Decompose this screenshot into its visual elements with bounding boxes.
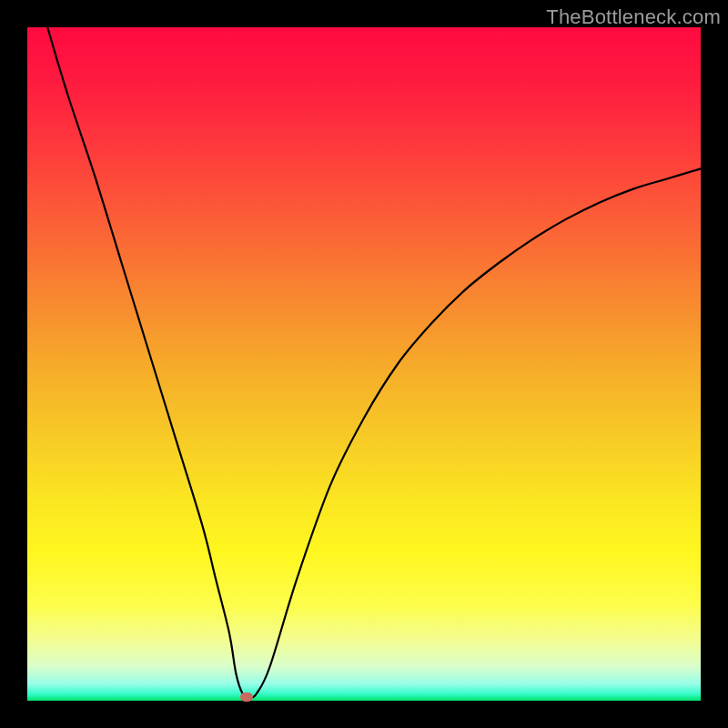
optimum-marker xyxy=(240,693,253,702)
curve-svg xyxy=(27,27,701,701)
chart-frame: TheBottleneck.com xyxy=(0,0,728,728)
bottleneck-curve xyxy=(47,27,701,698)
watermark-text: TheBottleneck.com xyxy=(546,5,721,29)
plot-area xyxy=(27,27,701,701)
